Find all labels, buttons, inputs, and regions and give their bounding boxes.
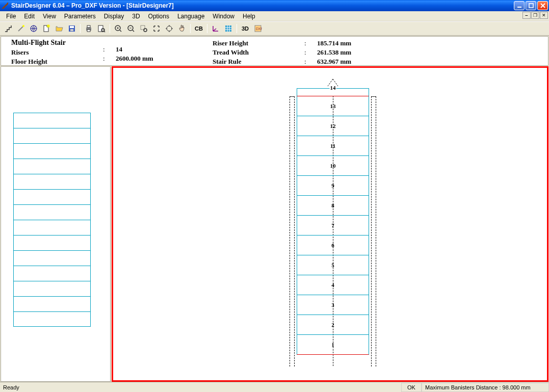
floor-height-label: Floor Height xyxy=(11,57,103,66)
zoom-in-button[interactable] xyxy=(112,23,124,34)
side-panel[interactable] xyxy=(1,66,111,382)
svg-rect-8 xyxy=(70,29,73,31)
svg-rect-10 xyxy=(87,25,90,28)
open-button[interactable] xyxy=(53,23,65,34)
step-row: 6 xyxy=(297,236,369,255)
svg-line-20 xyxy=(133,30,134,32)
colon: : xyxy=(304,48,317,57)
maximize-button[interactable] xyxy=(526,1,536,10)
step-row: 12 xyxy=(297,116,369,136)
mini-stair-preview xyxy=(13,113,91,327)
colon: : xyxy=(103,54,116,63)
close-button[interactable] xyxy=(537,1,548,10)
toolbar-separator xyxy=(207,24,207,33)
menu-parameters[interactable]: Parameters xyxy=(60,12,100,21)
right-rail xyxy=(371,96,376,367)
print-preview-button[interactable] xyxy=(95,23,108,34)
stair-drawing: 14 13 12 11 10 9 8 7 6 5 4 3 2 1 xyxy=(297,78,369,355)
zoom-out-button[interactable] xyxy=(125,23,137,34)
step-row: 10 xyxy=(297,156,369,176)
mini-step xyxy=(13,174,91,189)
mdi-controls: ‒ ❐ ✕ xyxy=(522,12,548,19)
minimize-button[interactable] xyxy=(514,1,525,10)
menu-edit[interactable]: Edit xyxy=(20,12,39,21)
mini-step xyxy=(13,204,91,220)
menu-3d[interactable]: 3D xyxy=(128,12,144,21)
left-rail xyxy=(290,96,295,367)
mdi-minimize-button[interactable]: ‒ xyxy=(522,12,531,19)
print-button[interactable] xyxy=(83,23,95,34)
step-number: 6 xyxy=(331,242,334,248)
save-button[interactable] xyxy=(66,23,78,34)
step-row: 5 xyxy=(297,255,369,275)
svg-point-5 xyxy=(47,24,50,28)
new-stair-button[interactable] xyxy=(2,23,14,34)
new-file-button[interactable] xyxy=(40,23,53,34)
svg-rect-25 xyxy=(225,25,231,32)
step-row: 8 xyxy=(297,196,369,216)
toolbar-separator xyxy=(237,24,237,33)
mini-step xyxy=(13,128,91,143)
3d-button[interactable]: 3D xyxy=(239,23,251,34)
mdi-restore-button[interactable]: ❐ xyxy=(531,12,539,19)
menu-options[interactable]: Options xyxy=(144,12,173,21)
step-number: 3 xyxy=(331,302,334,308)
toolbar-separator xyxy=(110,24,110,33)
step-row: 3 xyxy=(297,295,369,315)
step-number: 13 xyxy=(330,103,336,109)
mini-step xyxy=(13,250,91,266)
svg-line-14 xyxy=(104,31,105,32)
status-distance: Maximum Banisters Distance : 98.000 mm xyxy=(422,383,549,392)
riser-height-label: Riser Height xyxy=(213,39,304,48)
main-drawing-panel[interactable]: 14 13 12 11 10 9 8 7 6 5 4 3 2 1 xyxy=(112,66,548,382)
stair-rule-label: Stair Rule xyxy=(213,57,304,66)
colon: : xyxy=(103,45,116,54)
mini-step xyxy=(13,143,91,159)
menu-window[interactable]: Window xyxy=(208,12,239,21)
cb-button[interactable]: CB xyxy=(193,23,205,34)
riser-height-value: 185.714 mm xyxy=(317,39,394,48)
app-icon xyxy=(1,2,9,10)
wizard-button[interactable] xyxy=(15,23,27,34)
svg-rect-7 xyxy=(70,26,74,28)
stair-rule-value: 632.967 mm xyxy=(317,57,394,66)
mini-step xyxy=(13,159,91,174)
status-bar: Ready OK Maximum Banisters Distance : 98… xyxy=(0,382,549,392)
axis-button[interactable] xyxy=(210,23,222,34)
globe-button[interactable] xyxy=(28,23,40,34)
mini-step xyxy=(13,113,91,128)
zoom-window-button[interactable] xyxy=(138,23,150,34)
step-row: 11 xyxy=(297,136,369,156)
menu-file[interactable]: File xyxy=(2,12,20,21)
mini-step xyxy=(13,235,91,250)
tread-width-label: Tread Width xyxy=(213,48,304,57)
menu-display[interactable]: Display xyxy=(100,12,128,21)
step-number: 5 xyxy=(331,262,334,268)
menubar: File Edit View Parameters Display 3D Opt… xyxy=(0,11,549,21)
menu-language[interactable]: Language xyxy=(173,12,208,21)
step-number: 2 xyxy=(331,322,334,328)
step-number: 8 xyxy=(331,202,334,208)
zoom-extents-button[interactable] xyxy=(163,23,175,34)
step-number: 14 xyxy=(330,85,336,91)
pan-button[interactable] xyxy=(176,23,188,34)
export-button[interactable]: DXF xyxy=(252,23,264,34)
window-controls xyxy=(514,1,548,10)
floor-height-value: 2600.000 mm xyxy=(116,54,213,63)
menu-view[interactable]: View xyxy=(39,12,60,21)
tread-width-value: 261.538 mm xyxy=(317,48,394,57)
menu-help[interactable]: Help xyxy=(239,12,259,21)
step-number: 7 xyxy=(331,222,334,228)
mdi-close-button[interactable]: ✕ xyxy=(540,12,548,19)
step-number: 11 xyxy=(330,143,335,149)
info-panel: Multi-Flight Stair Risers Floor Height :… xyxy=(1,36,548,66)
svg-rect-1 xyxy=(529,4,533,8)
svg-rect-11 xyxy=(87,30,90,32)
zoom-fit-button[interactable] xyxy=(150,23,163,34)
grid-button[interactable] xyxy=(222,23,234,34)
mini-step xyxy=(13,281,91,296)
risers-value: 14 xyxy=(116,45,213,54)
mini-step xyxy=(13,266,91,281)
step-row: 13 xyxy=(297,96,369,116)
colon: : xyxy=(304,39,317,48)
